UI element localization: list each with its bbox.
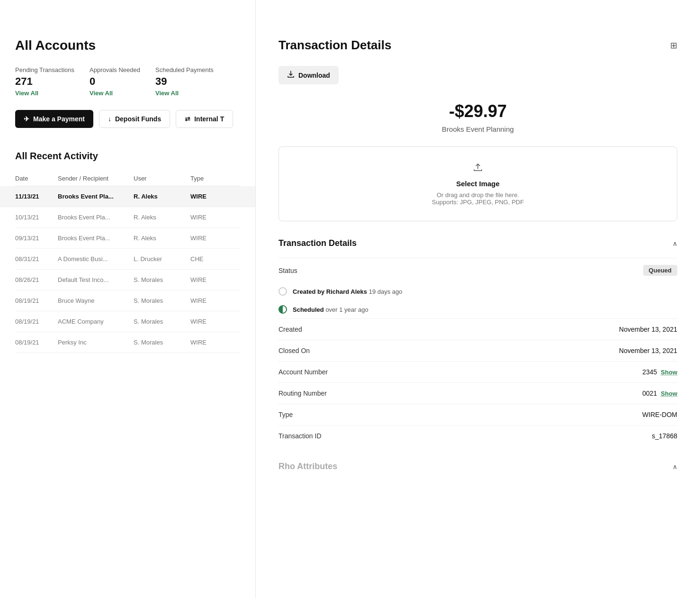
cell-type: WIRE [190,276,228,283]
cell-recipient: Brooks Event Pla... [58,214,134,221]
cell-date: 08/31/21 [15,255,58,263]
detail-label-4: Type [278,411,293,418]
status-badge: Queued [643,265,677,276]
cell-recipient: ACME Company [58,318,134,325]
cell-recipient: A Domestic Busi... [58,255,134,263]
cell-type: WIRE [190,214,228,221]
detail-row-4: Type WIRE-DOM [278,404,677,425]
image-upload-box[interactable]: Select Image Or drag and drop the file h… [278,146,677,221]
col-type: Type [190,175,228,182]
table-row[interactable]: 09/13/21 Brooks Event Pla... R. Aleks WI… [15,228,240,249]
detail-value-4: WIRE-DOM [642,411,677,418]
stat-item-2: Scheduled Payments 39 View All [155,66,214,97]
stat-link-0[interactable]: View All [15,90,74,97]
transactions-table: 11/13/21 Brooks Event Pla... R. Aleks WI… [15,186,240,353]
attributes-chevron-icon[interactable] [673,462,677,471]
show-link-2[interactable]: Show [661,369,677,376]
table-row[interactable]: 10/13/21 Brooks Event Pla... R. Aleks WI… [15,207,240,228]
timeline-scheduled: Scheduled over 1 year ago [278,300,677,318]
cell-type: WIRE [190,235,228,242]
cell-type: WIRE [190,318,228,325]
attributes-title: Rho Attributes [278,462,337,471]
cell-user: L. Drucker [134,255,190,263]
detail-row-5: Transaction ID s_17868 [278,425,677,446]
page-title: All Accounts [15,38,240,53]
detail-label-5: Transaction ID [278,432,322,440]
detail-row-1: Closed On November 13, 2021 [278,340,677,361]
stat-link-1[interactable]: View All [90,90,140,97]
timeline-created-text: Created by Richard Aleks 19 days ago [293,288,403,295]
detail-rows: Created November 13, 2021 Closed On Nove… [278,318,677,446]
table-row[interactable]: 08/31/21 A Domestic Busi... L. Drucker C… [15,249,240,270]
timeline-created: Created by Richard Aleks 19 days ago [278,282,677,300]
stat-label-1: Approvals Needed [90,66,140,73]
timeline-dot-empty [278,287,287,296]
cell-recipient: Brooks Event Pla... [58,193,134,200]
cell-type: CHE [190,255,228,263]
table-row[interactable]: 08/19/21 ACME Company S. Morales WIRE [15,311,240,332]
cell-user: S. Morales [134,297,190,304]
timeline-scheduled-text: Scheduled over 1 year ago [293,306,368,313]
upload-icon [294,162,662,175]
detail-label-1: Closed On [278,347,310,354]
status-row: Status Queued [278,258,677,282]
status-label: Status [278,267,297,274]
table-row[interactable]: 08/19/21 Bruce Wayne S. Morales WIRE [15,290,240,311]
cell-date: 09/13/21 [15,235,58,242]
drag-drop-hint: Or drag and drop the file here. [294,191,662,199]
detail-label-3: Routing Number [278,390,327,397]
download-button[interactable]: Download [278,66,339,84]
table-row[interactable]: 08/19/21 Perksy Inc S. Morales WIRE [15,332,240,353]
stat-label-2: Scheduled Payments [155,66,214,73]
cell-date: 11/13/21 [15,193,58,200]
transfer-icon: ⇄ [185,115,190,123]
detail-value-3: 0021 [642,390,657,397]
cell-user: R. Aleks [134,193,190,200]
select-image-label: Select Image [294,180,662,188]
chevron-up-icon[interactable] [673,239,677,248]
detail-value-0: November 13, 2021 [619,326,677,333]
amount-recipient: Brooks Event Planning [278,125,677,133]
detail-value-1: November 13, 2021 [619,347,677,354]
cell-recipient: Default Test Inco... [58,276,134,283]
timeline-dot-half [278,305,287,314]
table-row[interactable]: 11/13/21 Brooks Event Pla... R. Aleks WI… [0,186,255,207]
action-buttons: ✈ Make a Payment ↓ Deposit Funds ⇄ Inter… [15,110,240,128]
col-recipient: Sender / Recipient [58,175,134,182]
stat-label-0: Pending Transactions [15,66,74,73]
cell-type: WIRE [190,193,228,200]
send-icon: ✈ [24,115,29,123]
attributes-header: Rho Attributes [278,462,677,479]
cell-recipient: Bruce Wayne [58,297,134,304]
deposit-funds-button[interactable]: ↓ Deposit Funds [99,110,170,128]
cell-user: R. Aleks [134,214,190,221]
col-user: User [134,175,190,182]
cell-date: 08/19/21 [15,339,58,346]
detail-value-5: s_17868 [652,432,677,440]
make-payment-button[interactable]: ✈ Make a Payment [15,110,93,128]
download-icon [287,71,295,80]
cell-user: S. Morales [134,339,190,346]
cell-date: 10/13/21 [15,214,58,221]
cell-date: 08/19/21 [15,297,58,304]
internal-transfer-button[interactable]: ⇄ Internal T [176,110,233,128]
expand-icon[interactable]: ⊞ [670,40,677,51]
stats-row: Pending Transactions 271 View All Approv… [15,66,240,97]
show-link-3[interactable]: Show [661,390,677,397]
table-header: Date Sender / Recipient User Type [15,171,240,186]
amount-section: -$29.97 Brooks Event Planning [278,101,677,133]
detail-row-0: Created November 13, 2021 [278,318,677,340]
file-format-hint: Supports: JPG, JPEG, PNG, PDF [294,199,662,206]
cell-date: 08/26/21 [15,276,58,283]
detail-value-2: 2345 [642,368,657,376]
panel-title: Transaction Details [278,38,391,53]
stat-link-2[interactable]: View All [155,90,214,97]
table-row[interactable]: 08/26/21 Default Test Inco... S. Morales… [15,270,240,290]
left-panel: All Accounts Pending Transactions 271 Vi… [0,0,256,598]
cell-type: WIRE [190,339,228,346]
details-section-header: Transaction Details [278,238,677,248]
details-section-title: Transaction Details [278,238,357,248]
detail-label-2: Account Number [278,368,328,376]
deposit-icon: ↓ [108,115,111,123]
cell-date: 08/19/21 [15,318,58,325]
